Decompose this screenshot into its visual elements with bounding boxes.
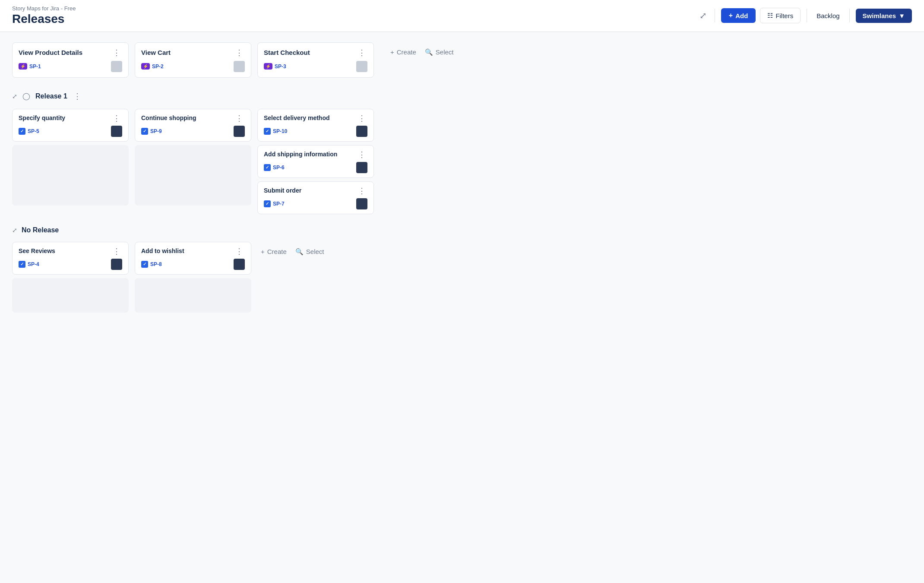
swimlane-body-release1: Specify quantity ⋮ ✓ SP-5 [12,109,912,214]
epic-card-1: View Cart ⋮ ⚡ SP-2 [135,42,251,78]
swimlane-header-release1: ⤢ ◯ Release 1 ⋮ [12,90,912,103]
story-footer-sp4: ✓ SP-4 [19,259,122,270]
ticket-sp5: ✓ SP-5 [19,128,39,135]
story-more-sp4[interactable]: ⋮ [111,247,122,255]
check-icon-sp5: ✓ [19,128,25,135]
check-icon-sp9: ✓ [141,128,148,135]
ticket-sp10: ✓ SP-10 [264,128,287,135]
story-header-sp8: Add to wishlist ⋮ [141,247,245,255]
ticket-badge-0: ⚡ SP-1 [19,63,41,70]
ticket-sp8: ✓ SP-8 [141,261,162,268]
swimlane-title-no-release: No Release [22,226,59,234]
epic-more-btn-1[interactable]: ⋮ [234,49,245,57]
story-footer-sp9: ✓ SP-9 [141,126,245,137]
lightning-icon-1: ⚡ [141,63,150,70]
plus-icon: + [729,12,733,19]
story-title-sp4: See Reviews [19,247,55,254]
swimlane-header-no-release: ⤢ No Release [12,225,912,236]
story-more-sp5[interactable]: ⋮ [111,114,122,122]
main-content: View Product Details ⋮ ⚡ SP-1 View Cart … [0,32,924,333]
avatar-sp10 [356,126,367,137]
epic-footer-2: ⚡ SP-3 [264,61,367,72]
avatar-sp8 [234,259,245,270]
ticket-sp4: ✓ SP-4 [19,261,39,268]
header: Story Maps for Jira - Free Releases ⤢ + … [0,0,924,32]
check-icon-sp4: ✓ [19,261,25,268]
story-header-sp4: See Reviews ⋮ [19,247,122,255]
story-col-norel-0: See Reviews ⋮ ✓ SP-4 [12,242,129,313]
story-more-sp7[interactable]: ⋮ [356,187,367,195]
story-more-sp10[interactable]: ⋮ [356,114,367,122]
search-icon: 🔍 [425,48,433,56]
epic-card-header-2: Start Checkout ⋮ [264,49,367,57]
story-more-sp8[interactable]: ⋮ [234,247,245,255]
add-button[interactable]: + Add [721,8,756,23]
swimlane-collapse-release1[interactable]: ⤢ [12,93,17,100]
story-card-sp9: Continue shopping ⋮ ✓ SP-9 [135,109,251,142]
story-card-sp8: Add to wishlist ⋮ ✓ SP-8 [135,242,251,275]
story-col-release1-1: Continue shopping ⋮ ✓ SP-9 [135,109,251,206]
col-filler-r1-1 [135,145,251,206]
epic-more-btn-2[interactable]: ⋮ [356,49,367,57]
col-filler-nr-1 [135,278,251,313]
epics-row: View Product Details ⋮ ⚡ SP-1 View Cart … [12,42,912,78]
header-left: Story Maps for Jira - Free Releases [12,5,76,26]
story-header-sp9: Continue shopping ⋮ [141,114,245,122]
divider1 [715,9,715,22]
swimlane-release1: ⤢ ◯ Release 1 ⋮ Specify quantity ⋮ [12,90,912,214]
epic-footer-0: ⚡ SP-1 [19,61,122,72]
story-title-sp7: Submit order [264,187,301,194]
epic-create-select: + Create 🔍 Select [380,42,464,62]
ticket-sp9: ✓ SP-9 [141,128,162,135]
divider2 [807,9,807,22]
norel-create-select: + Create 🔍 Select [257,242,374,262]
check-icon-sp10: ✓ [264,128,271,135]
backlog-button[interactable]: Backlog [813,9,843,23]
story-header-sp6: Add shipping information ⋮ [264,151,367,158]
story-header-sp5: Specify quantity ⋮ [19,114,122,122]
story-more-sp6[interactable]: ⋮ [356,151,367,158]
avatar-0 [111,61,122,72]
story-title-sp6: Add shipping information [264,151,337,158]
epic-title-1: View Cart [141,49,171,56]
epic-create-button[interactable]: + Create [390,48,416,56]
lightning-icon-0: ⚡ [19,63,27,70]
story-col-release1-0: Specify quantity ⋮ ✓ SP-5 [12,109,129,206]
chevron-down-icon: ▼ [899,12,905,19]
story-title-sp10: Select delivery method [264,114,330,121]
epic-more-btn-0[interactable]: ⋮ [111,49,122,57]
story-header-sp7: Submit order ⋮ [264,187,367,195]
swimlane-no-release: ⤢ No Release See Reviews ⋮ ✓ SP-4 [12,225,912,313]
story-footer-sp8: ✓ SP-8 [141,259,245,270]
collapse-button[interactable]: ⤢ [698,11,709,20]
swimlane-body-no-release: See Reviews ⋮ ✓ SP-4 [12,242,912,313]
story-footer-sp10: ✓ SP-10 [264,126,367,137]
norel-select-button[interactable]: 🔍 Select [295,248,324,256]
col-filler-nr-0 [12,278,129,313]
plus-icon-norel: + [261,248,265,255]
ticket-badge-1: ⚡ SP-2 [141,63,164,70]
story-card-sp6: Add shipping information ⋮ ✓ SP-6 [257,145,374,178]
story-card-sp4: See Reviews ⋮ ✓ SP-4 [12,242,129,275]
col-filler-r1-0 [12,145,129,206]
swimlane-collapse-no-release[interactable]: ⤢ [12,227,17,234]
filters-button[interactable]: ☷ Filters [760,8,801,23]
epic-footer-1: ⚡ SP-2 [141,61,245,72]
ticket-sp6: ✓ SP-6 [264,164,285,171]
story-col-norel-1: Add to wishlist ⋮ ✓ SP-8 [135,242,251,313]
norel-create-button[interactable]: + Create [261,248,287,255]
app-name: Story Maps for Jira - Free [12,5,76,12]
epic-card-2: Start Checkout ⋮ ⚡ SP-3 [257,42,374,78]
story-more-sp9[interactable]: ⋮ [234,114,245,122]
epic-select-button[interactable]: 🔍 Select [425,48,454,56]
swimlanes-button[interactable]: Swimlanes ▼ [856,9,912,23]
check-icon-sp7: ✓ [264,200,271,207]
avatar-sp9 [234,126,245,137]
story-title-sp8: Add to wishlist [141,247,184,254]
story-footer-sp6: ✓ SP-6 [264,162,367,173]
swimlane-more-release1[interactable]: ⋮ [72,92,83,100]
story-footer-sp7: ✓ SP-7 [264,198,367,209]
story-col-release1-2: Select delivery method ⋮ ✓ SP-10 [257,109,374,214]
avatar-sp4 [111,259,122,270]
story-header-sp10: Select delivery method ⋮ [264,114,367,122]
